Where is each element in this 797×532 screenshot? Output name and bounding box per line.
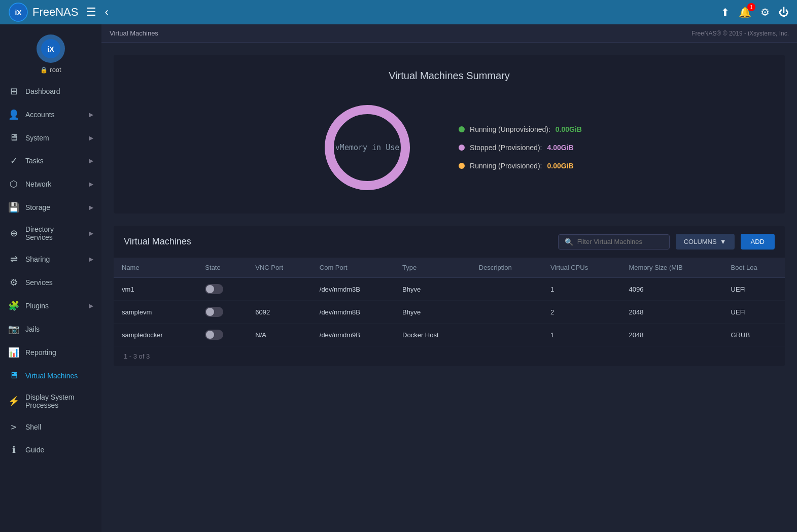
running-provisioned-value: 0.00GiB (547, 162, 573, 170)
vm-table: Name State VNC Port Com Port Type Descri… (114, 258, 785, 346)
legend-item-running-provisioned: Running (Provisioned): 0.00GiB (459, 162, 582, 170)
upload-icon[interactable]: ⬆ (721, 6, 730, 18)
cell-name: vm1 (114, 278, 197, 301)
col-header-vcpus: Virtual CPUs (542, 258, 621, 278)
accounts-arrow: ▶ (89, 111, 93, 118)
sharing-arrow: ▶ (89, 256, 93, 263)
sidebar-item-jails[interactable]: 📷 Jails (0, 317, 101, 341)
state-toggle[interactable] (205, 284, 223, 294)
topbar-left: iX FreeNAS ☰ ‹ (8, 2, 109, 22)
tasks-icon: ✓ (8, 155, 19, 166)
stopped-provisioned-label: Stopped (Provisioned): (470, 144, 542, 152)
sidebar-item-accounts[interactable]: 👤 Accounts ▶ (0, 103, 101, 126)
summary-left: vMemory in Use (317, 97, 418, 198)
summary-title: Virtual Machines Summary (389, 70, 510, 82)
vm-header: Virtual Machines 🔍 COLUMNS ▼ ADD (114, 226, 785, 258)
state-toggle[interactable] (205, 307, 223, 317)
sidebar-label-services: Services (25, 278, 53, 287)
cell-vnc-port (247, 278, 311, 301)
sidebar-label-dashboard: Dashboard (25, 87, 60, 95)
donut-label: vMemory in Use (335, 143, 399, 152)
table-row: samplevm 6092 /dev/nmdm8B Bhyve 2 2048 U… (114, 301, 785, 324)
search-box[interactable]: 🔍 (558, 234, 670, 250)
cell-description (471, 301, 542, 324)
cell-boot: GRUB (723, 324, 785, 346)
col-header-description: Description (471, 258, 542, 278)
sidebar-item-guide[interactable]: ℹ Guide (0, 438, 101, 462)
sidebar-label-directory-services: Directory Services (25, 225, 83, 241)
sidebar-item-display-system-processes[interactable]: ⚡ Display System Processes (0, 387, 101, 415)
vm-section: Virtual Machines 🔍 COLUMNS ▼ ADD Name S (114, 226, 785, 366)
col-header-memory: Memory Size (MiB (621, 258, 723, 278)
sidebar-item-sharing[interactable]: ⇌ Sharing ▶ (0, 247, 101, 271)
sidebar-item-services[interactable]: ⚙ Services (0, 271, 101, 294)
copyright: FreeNAS® © 2019 - iXsystems, Inc. (691, 30, 789, 37)
col-header-state: State (197, 258, 247, 278)
cell-vcpus: 2 (542, 301, 621, 324)
power-icon[interactable]: ⏻ (779, 7, 789, 18)
sidebar-item-plugins[interactable]: 🧩 Plugins ▶ (0, 294, 101, 317)
sidebar-item-system[interactable]: 🖥 System ▶ (0, 126, 101, 149)
columns-button[interactable]: COLUMNS ▼ (676, 234, 735, 250)
settings-icon[interactable]: ⚙ (760, 6, 770, 18)
sidebar-label-guide: Guide (25, 446, 44, 454)
display-system-processes-icon: ⚡ (8, 396, 19, 407)
system-arrow: ▶ (89, 134, 93, 141)
running-unprovisioned-dot (459, 126, 465, 132)
plugins-arrow: ▶ (89, 302, 93, 309)
sidebar-label-display-system-processes: Display System Processes (25, 393, 93, 409)
col-header-vnc-port: VNC Port (247, 258, 311, 278)
cell-state[interactable] (197, 278, 247, 301)
vm-table-title: Virtual Machines (124, 236, 191, 247)
search-input[interactable] (577, 238, 663, 245)
cell-com-port: /dev/nmdm9B (311, 324, 394, 346)
cell-com-port: /dev/nmdm3B (311, 278, 394, 301)
jails-icon: 📷 (8, 324, 19, 335)
sidebar-item-tasks[interactable]: ✓ Tasks ▶ (0, 149, 101, 172)
cell-memory: 4096 (621, 278, 723, 301)
sidebar-item-reporting[interactable]: 📊 Reporting (0, 341, 101, 364)
pagination-text: 1 - 3 of 3 (124, 352, 150, 360)
table-row: sampledocker N/A /dev/nmdm9B Docker Host… (114, 324, 785, 346)
donut-chart: vMemory in Use (317, 97, 418, 198)
virtual-machines-icon: 🖥 (8, 370, 19, 381)
directory-services-arrow: ▶ (89, 230, 93, 237)
sidebar-item-dashboard[interactable]: ⊞ Dashboard (0, 80, 101, 103)
topbar: iX FreeNAS ☰ ‹ ⬆ 🔔 1 ⚙ ⏻ (0, 0, 797, 24)
sidebar-item-shell[interactable]: > Shell (0, 415, 101, 438)
sidebar-item-network[interactable]: ⬡ Network ▶ (0, 172, 101, 196)
add-button[interactable]: ADD (741, 234, 775, 250)
main-content: Virtual Machines Summary vMemory in Use (101, 43, 797, 532)
columns-dropdown-icon: ▼ (720, 238, 726, 245)
cell-state[interactable] (197, 301, 247, 324)
sidebar-label-system: System (25, 134, 49, 142)
network-icon: ⬡ (8, 179, 19, 190)
legend-item-running-unprovisioned: Running (Unprovisioned): 0.00GiB (459, 125, 582, 133)
notification-icon[interactable]: 🔔 1 (739, 6, 751, 18)
cell-state[interactable] (197, 324, 247, 346)
back-icon[interactable]: ‹ (105, 6, 108, 19)
svg-text:iX: iX (47, 45, 54, 53)
username: root (50, 66, 61, 74)
table-footer: 1 - 3 of 3 (114, 346, 785, 366)
table-header-row: Name State VNC Port Com Port Type Descri… (114, 258, 785, 278)
cell-boot: UEFI (723, 301, 785, 324)
sidebar-item-virtual-machines[interactable]: 🖥 Virtual Machines (0, 364, 101, 387)
accounts-icon: 👤 (8, 109, 19, 120)
user-label: 🔒 root (40, 66, 61, 74)
sidebar-item-directory-services[interactable]: ⊕ Directory Services ▶ (0, 219, 101, 247)
state-toggle[interactable] (205, 330, 223, 340)
dashboard-icon: ⊞ (8, 86, 19, 97)
cell-vnc-port: N/A (247, 324, 311, 346)
sidebar-item-storage[interactable]: 💾 Storage ▶ (0, 196, 101, 219)
guide-icon: ℹ (8, 444, 19, 455)
running-unprovisioned-label: Running (Unprovisioned): (470, 125, 550, 133)
cell-name: sampledocker (114, 324, 197, 346)
sidebar-label-reporting: Reporting (25, 348, 56, 357)
cell-vcpus: 1 (542, 324, 621, 346)
cell-memory: 2048 (621, 324, 723, 346)
menu-icon[interactable]: ☰ (86, 6, 96, 19)
sidebar-label-sharing: Sharing (25, 255, 50, 263)
tasks-arrow: ▶ (89, 157, 93, 164)
cell-type: Bhyve (394, 278, 471, 301)
